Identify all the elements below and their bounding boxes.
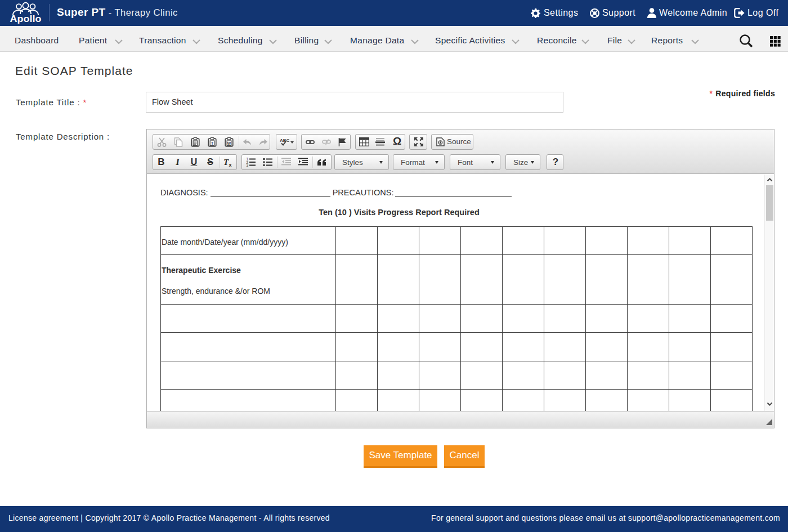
svg-text:ABC: ABC (280, 137, 290, 142)
svg-text:W: W (227, 141, 231, 145)
svg-text:T: T (211, 141, 214, 146)
svg-text:Apollo: Apollo (10, 14, 42, 24)
svg-text:x: x (229, 162, 232, 167)
svg-text:T: T (223, 158, 229, 167)
svg-text:3: 3 (246, 163, 248, 167)
